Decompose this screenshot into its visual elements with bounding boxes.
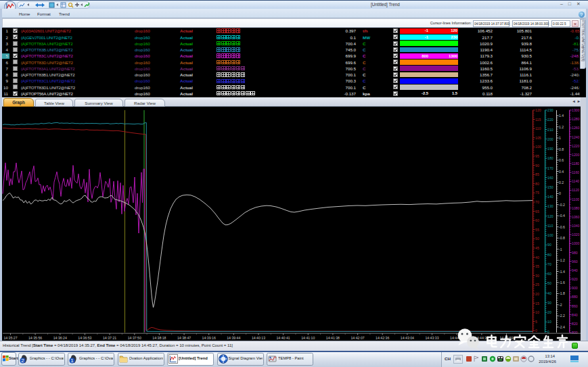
svg-text:70: 70 [535, 200, 539, 204]
svg-text:-0.2: -0.2 [559, 203, 565, 207]
svg-text:10: 10 [547, 320, 551, 324]
svg-text:35: 35 [535, 264, 539, 268]
svg-text:110: 110 [535, 126, 541, 130]
svg-text:60: 60 [535, 218, 539, 222]
svg-text:40: 40 [535, 255, 539, 260]
svg-text:-1.8: -1.8 [559, 291, 565, 295]
svg-text:180: 180 [547, 156, 553, 160]
svg-text:65: 65 [535, 210, 539, 214]
svg-text:1020: 1020 [572, 233, 580, 237]
svg-text:0.8: 0.8 [559, 147, 564, 151]
svg-text:-1: -1 [559, 247, 562, 251]
svg-text:-1.6: -1.6 [559, 280, 565, 285]
svg-text:90: 90 [547, 243, 551, 247]
svg-text:115: 115 [535, 118, 541, 122]
svg-text:-1.2: -1.2 [559, 258, 565, 262]
svg-text:1200: 1200 [572, 153, 580, 157]
svg-text:85: 85 [535, 172, 539, 176]
svg-text:840: 840 [572, 313, 578, 317]
svg-text:50: 50 [547, 281, 551, 285]
svg-text:1060: 1060 [572, 215, 580, 219]
svg-text:1.2: 1.2 [559, 125, 564, 129]
svg-text:210: 210 [547, 128, 553, 132]
svg-text:55: 55 [535, 228, 539, 232]
svg-text:50: 50 [535, 237, 539, 241]
svg-text:5: 5 [535, 320, 537, 324]
svg-text:1180: 1180 [572, 162, 579, 166]
svg-text:30: 30 [535, 274, 539, 278]
svg-text:1.4: 1.4 [559, 114, 564, 118]
svg-text:1260: 1260 [572, 126, 580, 130]
svg-text:220: 220 [547, 118, 553, 122]
svg-text:920: 920 [572, 277, 578, 281]
svg-text:120: 120 [535, 108, 541, 112]
svg-text:95: 95 [535, 154, 539, 158]
svg-text:1040: 1040 [572, 224, 580, 228]
svg-text:120: 120 [547, 214, 553, 218]
svg-text:1280: 1280 [572, 117, 580, 121]
svg-text:190: 190 [547, 147, 553, 151]
svg-text:170: 170 [547, 166, 553, 170]
svg-text:1: 1 [559, 136, 561, 140]
svg-text:0.6: 0.6 [559, 158, 564, 162]
svg-text:40: 40 [547, 291, 551, 295]
svg-text:-0.8: -0.8 [559, 236, 565, 240]
svg-text:70: 70 [547, 262, 551, 266]
svg-text:20: 20 [547, 310, 551, 314]
svg-text:150: 150 [547, 185, 553, 189]
svg-text:1120: 1120 [572, 188, 579, 192]
svg-text:25: 25 [535, 283, 539, 287]
svg-text:80: 80 [547, 253, 551, 257]
svg-text:1100: 1100 [572, 197, 579, 201]
svg-text:75: 75 [535, 191, 539, 195]
svg-text:130: 130 [547, 204, 553, 208]
svg-text:1080: 1080 [572, 206, 580, 210]
svg-text:105: 105 [535, 136, 541, 140]
svg-text:10: 10 [535, 310, 539, 314]
svg-text:940: 940 [572, 268, 578, 272]
svg-text:-0.6: -0.6 [559, 225, 565, 229]
svg-text:230: 230 [547, 108, 553, 112]
svg-text:-1.4: -1.4 [559, 270, 565, 274]
svg-text:140: 140 [547, 195, 553, 199]
svg-text:45: 45 [535, 246, 539, 250]
svg-text:860: 860 [572, 304, 578, 308]
svg-text:900: 900 [572, 286, 578, 290]
svg-text:100: 100 [535, 145, 541, 149]
svg-text:1300: 1300 [572, 108, 580, 112]
svg-text:1240: 1240 [572, 135, 580, 139]
svg-text:960: 960 [572, 260, 578, 264]
svg-text:1140: 1140 [572, 179, 579, 183]
svg-text:0.4: 0.4 [559, 170, 564, 174]
svg-text:0.2: 0.2 [559, 180, 564, 185]
svg-text:90: 90 [535, 164, 539, 168]
svg-text:-2: -2 [559, 303, 562, 307]
svg-text:880: 880 [572, 295, 578, 299]
svg-text:160: 160 [547, 176, 553, 180]
svg-text:15: 15 [535, 301, 539, 305]
svg-text:1220: 1220 [572, 144, 580, 148]
svg-text:20: 20 [535, 292, 539, 296]
svg-text:100: 100 [547, 233, 553, 237]
svg-text:980: 980 [572, 251, 578, 255]
svg-text:1000: 1000 [572, 241, 580, 245]
svg-text:200: 200 [547, 137, 553, 141]
svg-text:-2.2: -2.2 [559, 314, 565, 318]
svg-text:-0.4: -0.4 [559, 214, 565, 218]
svg-text:110: 110 [547, 224, 553, 228]
svg-text:80: 80 [535, 182, 539, 186]
svg-text:60: 60 [547, 272, 551, 276]
svg-text:30: 30 [547, 301, 551, 305]
svg-text:0: 0 [559, 191, 561, 195]
svg-text:1160: 1160 [572, 170, 579, 174]
